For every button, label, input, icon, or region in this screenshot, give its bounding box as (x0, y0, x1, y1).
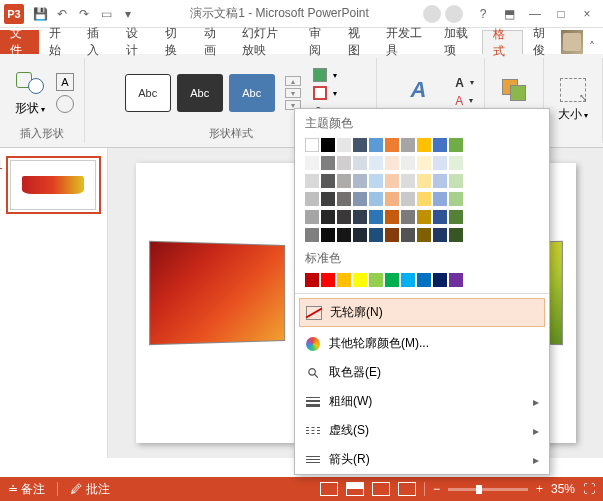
color-swatch[interactable] (385, 138, 399, 152)
color-swatch[interactable] (369, 192, 383, 206)
tab-animations[interactable]: 动画 (194, 30, 233, 54)
color-swatch[interactable] (417, 174, 431, 188)
zoom-slider[interactable] (448, 488, 528, 491)
eyedropper-item[interactable]: ⚲ 取色器(E) (295, 358, 549, 387)
color-swatch[interactable] (449, 228, 463, 242)
text-fill-button[interactable]: A▾ (455, 76, 474, 90)
size-button[interactable]: 大小▾ (554, 74, 592, 127)
text-outline-button[interactable]: A▾ (455, 94, 474, 108)
edit-shape-icon[interactable] (56, 95, 74, 113)
color-swatch[interactable] (305, 174, 319, 188)
tab-file[interactable]: 文件 (0, 30, 39, 54)
color-swatch[interactable] (353, 228, 367, 242)
style-row-down-icon[interactable]: ▾ (285, 88, 301, 98)
color-swatch[interactable] (417, 192, 431, 206)
shape-style-1[interactable]: Abc (125, 74, 171, 112)
tab-transitions[interactable]: 切换 (155, 30, 194, 54)
sorter-view-icon[interactable] (346, 482, 364, 496)
color-swatch[interactable] (433, 174, 447, 188)
user-avatar[interactable] (561, 30, 583, 54)
color-swatch[interactable] (433, 192, 447, 206)
color-swatch[interactable] (353, 192, 367, 206)
color-swatch[interactable] (385, 273, 399, 287)
color-swatch[interactable] (385, 156, 399, 170)
voice-icon[interactable] (423, 5, 441, 23)
arrows-item[interactable]: 箭头(R)▸ (295, 445, 549, 474)
color-swatch[interactable] (321, 174, 335, 188)
color-swatch[interactable] (369, 273, 383, 287)
color-swatch[interactable] (305, 192, 319, 206)
image-left[interactable] (149, 241, 285, 345)
fit-to-window-icon[interactable]: ⛶ (583, 482, 595, 496)
color-swatch[interactable] (401, 138, 415, 152)
tab-design[interactable]: 设计 (116, 30, 155, 54)
color-swatch[interactable] (337, 228, 351, 242)
color-swatch[interactable] (417, 138, 431, 152)
style-row-up-icon[interactable]: ▴ (285, 76, 301, 86)
color-swatch[interactable] (417, 156, 431, 170)
color-swatch[interactable] (433, 273, 447, 287)
color-swatch[interactable] (401, 192, 415, 206)
shape-style-3[interactable]: Abc (229, 74, 275, 112)
color-swatch[interactable] (337, 138, 351, 152)
shapes-button[interactable]: 形状▾ (10, 66, 50, 121)
qat-more-icon[interactable]: ▾ (120, 6, 136, 22)
user-name[interactable]: 胡俊 (523, 30, 562, 54)
minimize-icon[interactable]: — (523, 4, 547, 24)
color-swatch[interactable] (401, 210, 415, 224)
collapse-ribbon-icon[interactable]: ˄ (589, 40, 595, 54)
color-swatch[interactable] (369, 228, 383, 242)
color-swatch[interactable] (337, 273, 351, 287)
color-swatch[interactable] (449, 138, 463, 152)
tab-insert[interactable]: 插入 (77, 30, 116, 54)
weight-item[interactable]: 粗细(W)▸ (295, 387, 549, 416)
close-icon[interactable]: × (575, 4, 599, 24)
color-swatch[interactable] (321, 228, 335, 242)
color-swatch[interactable] (433, 138, 447, 152)
shape-fill-button[interactable]: ▾ (313, 68, 337, 82)
slide-thumbnail-1[interactable]: 1 (6, 156, 101, 214)
color-swatch[interactable] (449, 174, 463, 188)
color-swatch[interactable] (353, 174, 367, 188)
tab-review[interactable]: 审阅 (299, 30, 338, 54)
color-swatch[interactable] (385, 174, 399, 188)
color-swatch[interactable] (369, 156, 383, 170)
color-swatch[interactable] (449, 273, 463, 287)
no-outline-item[interactable]: 无轮廓(N) (299, 298, 545, 327)
color-swatch[interactable] (401, 156, 415, 170)
color-swatch[interactable] (433, 156, 447, 170)
maximize-icon[interactable]: □ (549, 4, 573, 24)
reading-view-icon[interactable] (372, 482, 390, 496)
help-icon[interactable]: ? (471, 4, 495, 24)
color-swatch[interactable] (305, 273, 319, 287)
color-swatch[interactable] (305, 138, 319, 152)
color-swatch[interactable] (385, 192, 399, 206)
notes-button[interactable]: ≐ 备注 (8, 481, 45, 498)
shape-style-2[interactable]: Abc (177, 74, 223, 112)
save-icon[interactable]: 💾 (32, 6, 48, 22)
tab-view[interactable]: 视图 (338, 30, 377, 54)
color-swatch[interactable] (401, 228, 415, 242)
color-swatch[interactable] (321, 156, 335, 170)
color-swatch[interactable] (321, 273, 335, 287)
voice-icon-2[interactable] (445, 5, 463, 23)
color-swatch[interactable] (385, 228, 399, 242)
zoom-in-button[interactable]: + (536, 482, 543, 496)
textbox-icon[interactable]: A (56, 73, 74, 91)
color-swatch[interactable] (449, 192, 463, 206)
color-swatch[interactable] (369, 210, 383, 224)
tab-slideshow[interactable]: 幻灯片放映 (232, 30, 299, 54)
slideshow-icon[interactable]: ▭ (98, 6, 114, 22)
color-swatch[interactable] (305, 228, 319, 242)
ribbon-options-icon[interactable]: ⬒ (497, 4, 521, 24)
color-swatch[interactable] (369, 138, 383, 152)
comments-button[interactable]: 🖉 批注 (70, 481, 109, 498)
color-swatch[interactable] (353, 273, 367, 287)
color-swatch[interactable] (337, 192, 351, 206)
tab-developer[interactable]: 开发工具 (376, 30, 433, 54)
color-swatch[interactable] (353, 210, 367, 224)
redo-icon[interactable]: ↷ (76, 6, 92, 22)
tab-addins[interactable]: 加载项 (434, 30, 482, 54)
color-swatch[interactable] (353, 156, 367, 170)
color-swatch[interactable] (369, 174, 383, 188)
